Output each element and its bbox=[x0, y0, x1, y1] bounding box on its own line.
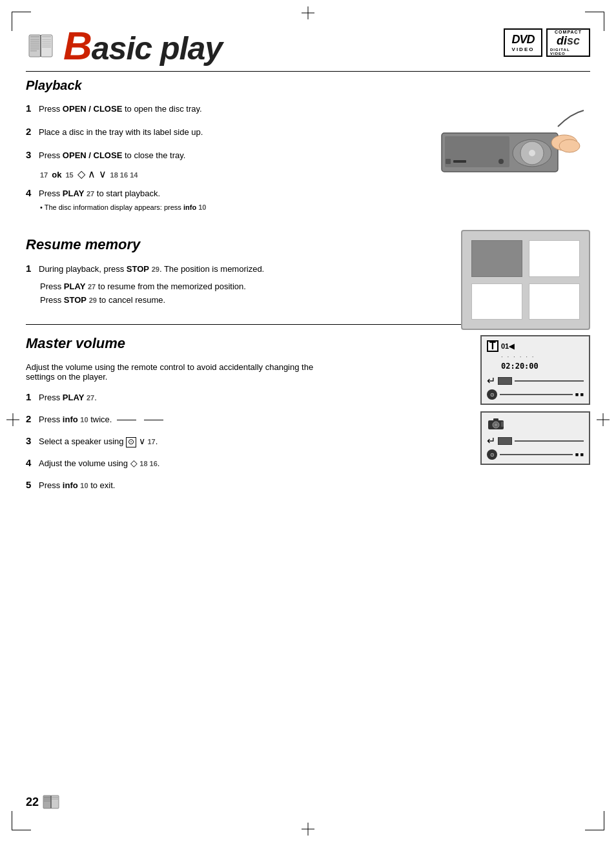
vol-step-2-text: Press info 10 twice. bbox=[39, 413, 336, 427]
page-book-icon bbox=[43, 794, 62, 810]
screen-cell-4 bbox=[529, 283, 580, 320]
play-key-vol: PLAY bbox=[63, 393, 84, 402]
playback-section: Playback bbox=[26, 78, 590, 230]
svg-rect-45 bbox=[52, 797, 58, 798]
page-header: Basic play DVD VIDEO COMPACT disc DIGITA… bbox=[26, 26, 590, 72]
compact-bottom: DIGITAL VIDEO bbox=[550, 48, 586, 56]
vol-step-1: 1 Press PLAY 27. bbox=[26, 389, 336, 405]
playback-steps: 1 Press OPEN / CLOSE to open the disc tr… bbox=[26, 101, 590, 230]
screen-cell-1 bbox=[471, 240, 522, 277]
display-vol-bars-1: ■ ■ bbox=[575, 391, 584, 398]
crosshair-left bbox=[6, 413, 19, 429]
display-arrow-1: ↵ bbox=[487, 375, 495, 387]
display-camera-row bbox=[487, 416, 584, 431]
step-3-num: 3 bbox=[26, 147, 39, 163]
master-volume-section: Master volume T 01◀ · · · · · · 02:20:00… bbox=[26, 335, 590, 493]
svg-point-29 bbox=[529, 150, 535, 156]
playback-note: • The disc information display appears: … bbox=[40, 203, 590, 211]
ref-15: 15 bbox=[65, 171, 73, 179]
volume-steps: Adjust the volume using the remote contr… bbox=[26, 362, 336, 493]
display-vol-row-1: ⊙ ■ ■ bbox=[487, 389, 584, 400]
svg-rect-18 bbox=[42, 36, 51, 37]
svg-point-37 bbox=[495, 424, 497, 426]
nav-arrows: ◇ ∧ ∨ bbox=[77, 168, 107, 180]
vol-line-1 bbox=[117, 420, 136, 420]
svg-point-34 bbox=[498, 159, 504, 164]
compact-disc-text: disc bbox=[557, 34, 580, 48]
svg-rect-19 bbox=[42, 39, 51, 40]
svg-rect-38 bbox=[493, 418, 498, 421]
svg-rect-14 bbox=[30, 46, 39, 48]
page-number-area: 22 bbox=[26, 794, 62, 810]
down-arrow: ∨ bbox=[139, 436, 145, 446]
display-T-label: T bbox=[487, 340, 498, 352]
vol-step-4-text: Adjust the volume using ◇ 18 16. bbox=[39, 456, 336, 471]
svg-rect-41 bbox=[44, 797, 50, 798]
display-time: 02:20:00 bbox=[501, 362, 584, 371]
crosshair-top bbox=[302, 6, 314, 19]
crosshair-right bbox=[597, 413, 610, 429]
info-key-vol: info bbox=[63, 415, 78, 424]
display-arrow-2: ↵ bbox=[487, 435, 495, 447]
svg-rect-16 bbox=[30, 50, 37, 52]
screen-cell-3 bbox=[471, 283, 522, 320]
page-number: 22 bbox=[26, 796, 39, 809]
svg-rect-39 bbox=[501, 422, 504, 427]
nav-refs: 18 16 14 bbox=[110, 171, 138, 179]
logo-area: DVD VIDEO COMPACT disc DIGITAL VIDEO bbox=[504, 28, 590, 57]
svg-rect-8 bbox=[29, 35, 41, 57]
vol-step-1-text: Press PLAY 27. bbox=[39, 391, 336, 405]
svg-rect-13 bbox=[30, 45, 39, 46]
svg-rect-15 bbox=[30, 48, 39, 50]
play-key-resume: PLAY bbox=[64, 282, 85, 291]
step-4-key: PLAY bbox=[63, 189, 84, 198]
display-line-2 bbox=[515, 440, 584, 442]
vol-step-3: 3 Select a speaker using ⊙ ∨ 17. bbox=[26, 433, 336, 449]
display-rect-2 bbox=[498, 437, 512, 445]
display-vol-row-2: ⊙ ■ ■ bbox=[487, 449, 584, 460]
svg-rect-17 bbox=[41, 35, 52, 57]
compact-disc-logo: COMPACT disc DIGITAL VIDEO bbox=[546, 28, 590, 57]
display-vol-bars-2: ■ ■ bbox=[575, 451, 584, 458]
display-box-2: ↵ ⊙ ■ ■ bbox=[480, 411, 590, 465]
display-line-1 bbox=[515, 380, 584, 382]
info-key: info bbox=[183, 203, 196, 211]
svg-rect-23 bbox=[42, 46, 51, 48]
display-vol-icon-1: ⊙ bbox=[487, 389, 497, 400]
vol-step-4-num: 4 bbox=[26, 455, 39, 471]
vol-line-2 bbox=[144, 420, 163, 420]
svg-rect-10 bbox=[30, 39, 39, 40]
camera-icon bbox=[487, 416, 505, 431]
step-1-key: OPEN / CLOSE bbox=[63, 104, 122, 114]
svg-rect-33 bbox=[453, 160, 466, 163]
vol-step-3-text: Select a speaker using ⊙ ∨ 17. bbox=[39, 434, 336, 449]
resume-step-1-num: 1 bbox=[26, 261, 39, 276]
dvd-text: DVD bbox=[511, 33, 534, 46]
vol-step-5-num: 5 bbox=[26, 477, 39, 493]
step-4-num: 4 bbox=[26, 185, 39, 201]
display-vol-icon-2: ⊙ bbox=[487, 449, 497, 460]
display-vol-line-1 bbox=[500, 394, 573, 395]
vol-step-4: 4 Adjust the volume using ◇ 18 16. bbox=[26, 455, 336, 471]
display-rect-1 bbox=[498, 377, 512, 385]
display-code: 01◀ bbox=[501, 342, 514, 351]
display-dots: · · · · · · bbox=[501, 353, 535, 360]
svg-rect-11 bbox=[30, 41, 39, 42]
page-title: Basic play bbox=[63, 26, 222, 66]
svg-rect-43 bbox=[44, 801, 50, 801]
dvd-sub: VIDEO bbox=[512, 46, 535, 52]
book-icon bbox=[26, 30, 58, 62]
info-displays: T 01◀ · · · · · · 02:20:00 ↵ ⊙ ■ ■ bbox=[480, 335, 590, 470]
svg-rect-22 bbox=[42, 45, 51, 46]
stop-key-2: STOP bbox=[64, 295, 87, 305]
vol-step-1-num: 1 bbox=[26, 389, 39, 405]
playback-title: Playback bbox=[26, 78, 590, 93]
display-dots-row: · · · · · · bbox=[501, 353, 584, 360]
svg-rect-21 bbox=[42, 43, 51, 44]
vol-step-3-num: 3 bbox=[26, 433, 39, 449]
svg-rect-20 bbox=[42, 41, 51, 42]
crosshair-bottom bbox=[302, 823, 314, 836]
lr-arrows: ◇ bbox=[130, 458, 138, 468]
display-row-1: T 01◀ bbox=[487, 340, 584, 352]
display-vol-line-2 bbox=[500, 454, 573, 455]
